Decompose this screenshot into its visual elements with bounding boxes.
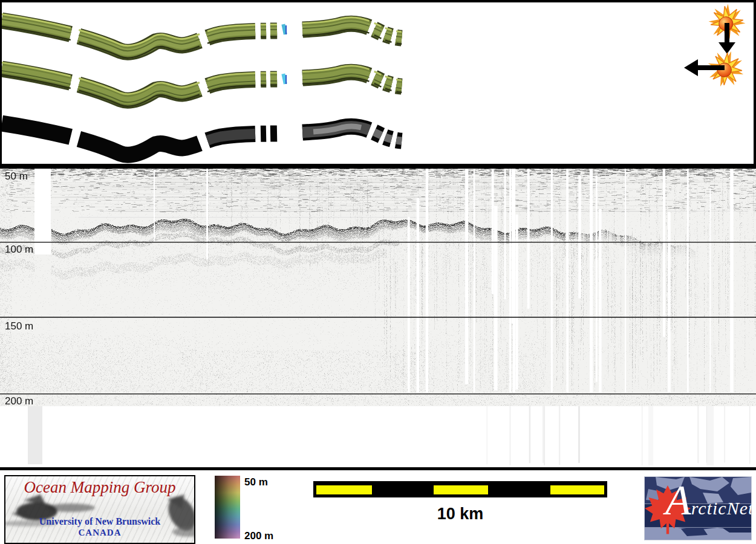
swath-backscatter [2,123,431,155]
colorbar-top-label: 50 m [244,476,268,488]
omg-title: Ocean Mapping Group [5,478,194,497]
omg-logo: Ocean Mapping Group University of New Br… [4,475,195,544]
map-scale-bar [313,481,607,497]
arcticnet-initial: A [665,477,691,523]
swath-green-sun-down [2,15,431,58]
scale-bar-segment [434,485,488,494]
swath-map-canvas [2,2,754,164]
colorbar-bottom-label: 200 m [244,530,273,542]
sub-bottom-echogram [0,169,756,467]
depth-label-50m: 50 m [5,171,28,181]
omg-subtitle: University of New Brunswick [5,516,194,527]
arcticnet-rest: rcticNet [691,498,752,518]
omg-country: CANADA [5,528,194,538]
figure-root: 50 m 100 m 150 m 200 m [0,0,756,544]
swath-map-panel [0,0,756,169]
scale-bar-label: 10 km [313,505,607,523]
arcticnet-wordmark: ArcticNet [665,479,752,522]
depth-label-150m: 150 m [5,321,33,331]
swath-green-sun-left [2,63,431,106]
swath-anomaly-patch [285,25,287,34]
scale-bar-segment [550,485,604,494]
swath-anomaly-patch [285,75,287,84]
depth-label-100m: 100 m [5,244,33,254]
scale-bar-segment [316,485,372,494]
depth-label-200m: 200 m [5,396,33,406]
arcticnet-logo: ArcticNet [644,476,752,540]
footer-strip: Ocean Mapping Group University of New Br… [0,467,756,544]
depth-colorbar [215,476,240,539]
